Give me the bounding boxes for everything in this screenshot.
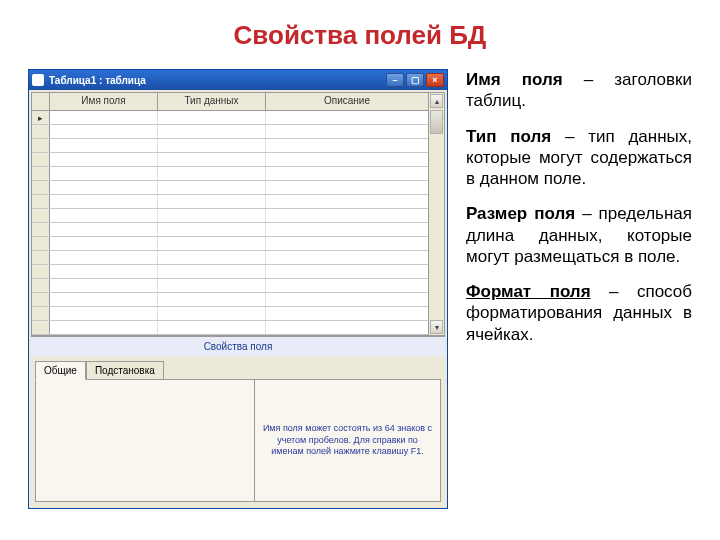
access-window: Таблица1 : таблица – ▢ × Имя поля Тип да… bbox=[28, 69, 448, 509]
scroll-up-button[interactable]: ▴ bbox=[430, 94, 443, 108]
table-row[interactable] bbox=[32, 307, 428, 321]
app-icon bbox=[32, 74, 44, 86]
table-row[interactable] bbox=[32, 195, 428, 209]
hint-panel: Имя поля может состоять из 64 знаков с у… bbox=[255, 379, 441, 502]
table-row[interactable] bbox=[32, 279, 428, 293]
table-row[interactable] bbox=[32, 321, 428, 335]
scroll-down-button[interactable]: ▾ bbox=[430, 320, 443, 334]
properties-pane: Общие Подстановка Имя поля может состоят… bbox=[31, 356, 445, 506]
minimize-button[interactable]: – bbox=[386, 73, 404, 87]
table-row[interactable]: ▸ bbox=[32, 111, 428, 125]
vertical-scrollbar[interactable]: ▴ ▾ bbox=[429, 92, 445, 336]
content-row: Таблица1 : таблица – ▢ × Имя поля Тип да… bbox=[0, 69, 720, 509]
titlebar: Таблица1 : таблица – ▢ × bbox=[29, 70, 447, 90]
tab-general[interactable]: Общие bbox=[35, 361, 86, 380]
table-row[interactable] bbox=[32, 293, 428, 307]
table-row[interactable] bbox=[32, 139, 428, 153]
term: Размер поля bbox=[466, 204, 575, 223]
tab-lookup[interactable]: Подстановка bbox=[86, 361, 164, 380]
table-row[interactable] bbox=[32, 209, 428, 223]
tabs: Общие Подстановка bbox=[35, 360, 441, 379]
col-field-name[interactable]: Имя поля bbox=[50, 93, 158, 110]
grid-header: Имя поля Тип данных Описание bbox=[32, 93, 428, 111]
para-field-type: Тип поля – тип данных, которые могут сод… bbox=[466, 126, 692, 190]
section-header: Свойства поля bbox=[31, 336, 445, 356]
table-row[interactable] bbox=[32, 125, 428, 139]
para-field-format: Формат поля – способ форматирования данн… bbox=[466, 281, 692, 345]
grid-area: Имя поля Тип данных Описание ▸ bbox=[29, 90, 447, 508]
col-data-type[interactable]: Тип данных bbox=[158, 93, 266, 110]
descriptions: Имя поля – заголовки таблиц. Тип поля – … bbox=[466, 69, 692, 509]
page-title: Свойства полей БД bbox=[0, 0, 720, 69]
close-button[interactable]: × bbox=[426, 73, 444, 87]
scroll-thumb[interactable] bbox=[430, 110, 443, 134]
maximize-button[interactable]: ▢ bbox=[406, 73, 424, 87]
table-row[interactable] bbox=[32, 223, 428, 237]
table-row[interactable] bbox=[32, 167, 428, 181]
col-description[interactable]: Описание bbox=[266, 93, 428, 110]
table-row[interactable] bbox=[32, 251, 428, 265]
table-row[interactable] bbox=[32, 181, 428, 195]
term: Тип поля bbox=[466, 127, 551, 146]
term: Имя поля bbox=[466, 70, 563, 89]
para-field-name: Имя поля – заголовки таблиц. bbox=[466, 69, 692, 112]
term: Формат поля bbox=[466, 282, 591, 301]
table-row[interactable] bbox=[32, 153, 428, 167]
para-field-size: Размер поля – предельная длина данных, к… bbox=[466, 203, 692, 267]
window-title: Таблица1 : таблица bbox=[49, 75, 146, 86]
fields-grid[interactable]: Имя поля Тип данных Описание ▸ bbox=[31, 92, 429, 336]
table-row[interactable] bbox=[32, 265, 428, 279]
table-row[interactable] bbox=[32, 237, 428, 251]
properties-list[interactable] bbox=[35, 379, 255, 502]
